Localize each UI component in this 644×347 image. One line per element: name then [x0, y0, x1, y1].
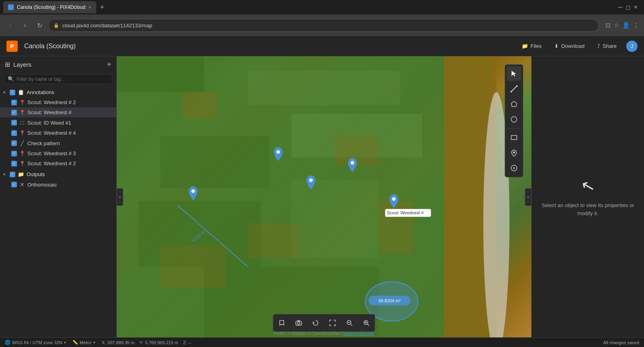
svg-rect-13 [248, 223, 300, 258]
bookmark-button[interactable]: ☆ [614, 22, 619, 29]
map-left-arrow[interactable]: ‹ [117, 188, 123, 206]
svg-point-34 [510, 91, 512, 92]
outputs-checkbox[interactable]: ✓ [10, 172, 15, 177]
share-button[interactable]: ⤴ Share [594, 41, 620, 51]
weednest4-checkbox[interactable]: ✓ [11, 130, 17, 136]
point-icon-2: 📍 [19, 110, 25, 115]
main-content: ⊞ Layers + 🔍 ▾ ✓ 📋 Annotations [0, 56, 644, 337]
restore-button[interactable]: ◻ [626, 4, 631, 10]
close-button[interactable]: × [634, 4, 638, 11]
search-icon: 🔍 [8, 76, 14, 82]
map-attribution: Pix4D | © Mapbox © OpenStreetMap | Impro… [274, 331, 374, 336]
profile-button[interactable]: 👤 [622, 22, 630, 29]
layer-item-weednest[interactable]: ✓ 📍 Scout: Weednest # [0, 107, 116, 117]
forward-button[interactable]: › [19, 20, 31, 31]
extensions-button[interactable]: ⋮ [633, 22, 639, 29]
map-svg-overlay: 50.00 m [117, 56, 531, 337]
idweed-label: Scout: ID Weed #1 [27, 120, 71, 126]
svg-rect-4 [248, 70, 400, 105]
svg-point-26 [392, 197, 396, 201]
weednest-checkbox[interactable]: ✓ [11, 110, 17, 115]
back-button[interactable]: ‹ [5, 20, 16, 31]
add-layer-button[interactable]: + [107, 60, 111, 68]
header-actions: 📁 Files ⬇ Download ⤴ Share J [518, 41, 638, 52]
layer-item-orthomosaic[interactable]: ✓ ✕ Orthomosaic [0, 179, 116, 190]
user-avatar[interactable]: J [626, 41, 638, 52]
layer-item-checkpattern[interactable]: ✓ ╱ Check pattern [0, 138, 116, 148]
point-icon: 📍 [19, 100, 25, 105]
annotations-checkbox[interactable]: ✓ [10, 90, 15, 95]
svg-point-37 [511, 117, 517, 122]
layer-item-idweed[interactable]: ✓ □ Scout: ID Weed #1 [0, 117, 116, 128]
active-tab[interactable]: Canola (Scouting) - PIX4Dcloud × [3, 1, 96, 13]
layer-item-weednest2[interactable]: ✓ 📍 Scout: Weednest # 2 [0, 97, 116, 107]
right-panel: ↖ Select an object to view its propertie… [531, 56, 644, 337]
minimize-button[interactable]: ─ [618, 4, 622, 11]
orthomosaic-checkbox[interactable]: ✓ [11, 182, 17, 187]
bookmark-tool-button[interactable] [275, 316, 289, 330]
box-tool-button[interactable] [507, 130, 521, 145]
zoom-out-button[interactable] [343, 316, 356, 330]
layer-tree: ▾ ✓ 📋 Annotations ✓ 📍 Scout: Weednest # … [0, 87, 116, 337]
svg-point-25 [351, 161, 354, 165]
point-icon-4: 📍 [19, 151, 25, 156]
map-right-arrow[interactable]: › [525, 188, 531, 206]
files-button[interactable]: 📁 Files [518, 41, 545, 51]
download-icon: ⬇ [554, 43, 559, 49]
svg-point-24 [277, 150, 280, 154]
sidebar: ⊞ Layers + 🔍 ▾ ✓ 📋 Annotations [0, 56, 117, 337]
annotations-group-header[interactable]: ▾ ✓ 📋 Annotations [0, 87, 116, 97]
outputs-group-header[interactable]: ▾ ✓ 📁 Outputs [0, 169, 116, 179]
files-icon: 📁 [522, 43, 528, 49]
tab-close-button[interactable]: × [89, 5, 91, 10]
map-area[interactable]: 50.00 m [117, 56, 531, 337]
weednest2-checkbox[interactable]: ✓ [11, 100, 17, 105]
svg-point-35 [516, 85, 518, 87]
zoom-in-button[interactable] [359, 316, 373, 330]
layer-item-weednest4[interactable]: ✓ 📍 Scout: Weednest # 4 [0, 128, 116, 138]
layer-item-weednest3[interactable]: ✓ 📍 Scout: Weednest # 3 [0, 148, 116, 158]
status-bar: 🌐 WGS 84 / UTM zone 32N ▾ 📏 Metric ▾ X: … [0, 337, 644, 347]
idweed-checkbox[interactable]: ✓ [11, 120, 17, 125]
annotations-chevron: ▾ [3, 90, 7, 94]
chevron-down-icon-2: ▾ [93, 341, 95, 345]
camera-tool-button[interactable] [292, 316, 305, 330]
crs-status[interactable]: 🌐 WGS 84 / UTM zone 32N ▾ [5, 340, 66, 345]
search-input[interactable] [17, 76, 109, 82]
address-bar[interactable]: 🔒 cloud.pix4d.com/dataset/1142133/map [48, 19, 599, 32]
line-tool-button[interactable] [507, 82, 521, 96]
outputs-chevron: ▾ [3, 172, 7, 177]
improve-map-link[interactable]: Improve this map [343, 331, 374, 336]
reload-button[interactable]: ↻ [34, 20, 45, 31]
map-toolbar [505, 64, 523, 177]
svg-text:Scout: Weednest #: Scout: Weednest # [387, 210, 423, 215]
line-icon: ╱ [19, 140, 25, 146]
search-box[interactable]: 🔍 [4, 74, 112, 84]
outputs-group: ▾ ✓ 📁 Outputs ✓ ✕ Orthomosaic [0, 169, 116, 190]
circle-tool-button[interactable] [507, 112, 521, 127]
weednest3-checkbox[interactable]: ✓ [11, 151, 17, 156]
fullscreen-button[interactable] [326, 316, 339, 330]
point-tool-button[interactable] [507, 146, 521, 160]
weednest2b-checkbox[interactable]: ✓ [11, 161, 17, 166]
compass-button[interactable] [507, 161, 521, 175]
sidebar-header: ⊞ Layers + [0, 56, 116, 72]
layer-item-weednest2b[interactable]: ✓ 📍 Scout: Weednest # 2 [0, 158, 116, 168]
polygon-tool-button[interactable] [507, 97, 521, 111]
new-tab-button[interactable]: + [98, 3, 107, 12]
rotation-tool-button[interactable] [309, 316, 322, 330]
svg-line-33 [511, 86, 517, 92]
svg-rect-5 [160, 136, 269, 188]
coordinates-status: X: 507,889.35 m Y: 5,760,969.215 m Z: – [102, 340, 191, 345]
svg-line-46 [351, 324, 352, 326]
download-button[interactable]: ⬇ Download [551, 41, 588, 51]
svg-rect-8 [291, 179, 379, 258]
units-status[interactable]: 📏 Metric ▾ [72, 340, 95, 345]
url-display: cloud.pix4d.com/dataset/1142133/map [62, 23, 152, 29]
outputs-group-label: Outputs [27, 171, 45, 177]
annotations-group-label: Annotations [27, 89, 54, 95]
right-panel-instruction: Select an object to view its properties … [540, 201, 636, 217]
cast-button[interactable]: ⊡ [605, 22, 611, 29]
checkpattern-checkbox[interactable]: ✓ [11, 140, 17, 146]
select-tool-button[interactable] [507, 66, 521, 81]
